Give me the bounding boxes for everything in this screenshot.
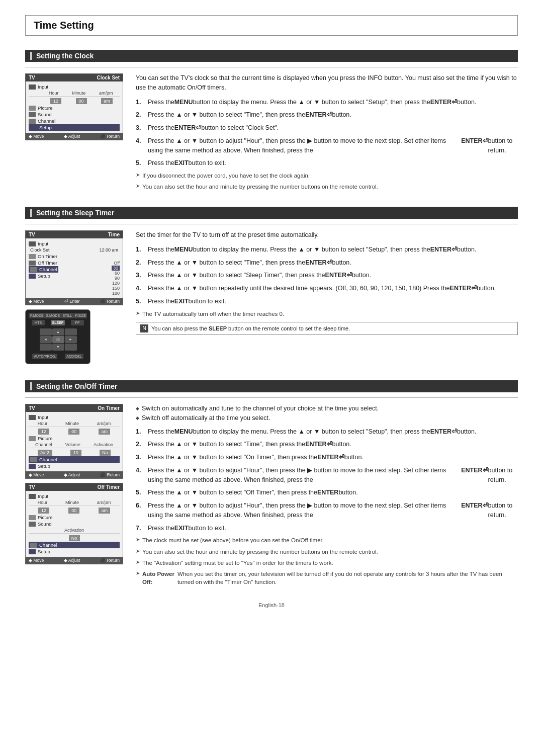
on-timer-tv-label: TV [29, 405, 35, 411]
clock-note-2: You can also set the hour and minute by … [136, 183, 518, 191]
off-activation-val-row: No [29, 535, 120, 542]
clock-tv-ui: TV Clock Set Input Hour Minute am/pm [25, 73, 123, 140]
section-onoff-header: Setting the On/Off Timer [25, 380, 518, 392]
onoff-bullet-1: Switch on automatically and tune to the … [136, 404, 518, 413]
on-channel-val: Air 3 [38, 450, 52, 456]
section-onoff-title: Setting the On/Off Timer [36, 382, 118, 390]
footer-text: English-18 [258, 602, 285, 608]
sleep-footer-return: ⬛ Return [100, 299, 120, 304]
off-minute-value: 00 [68, 508, 79, 514]
on-timer-footer: ◆ Move ◆ Adjust ⬛ Return [26, 471, 123, 478]
remote-nav-botright [65, 344, 77, 351]
remote-nav-enter[interactable]: OK [52, 336, 64, 343]
section-sleep-header: Setting the Sleep Timer [25, 207, 518, 219]
sleep-remote-mini: P.MODE S.MODE STILL P.SIZE MTS SLEEP PP … [25, 309, 90, 364]
sleep-footer-enter: ⏎ Enter [64, 299, 80, 304]
onoff-step-1: Press the MENU button to display the men… [136, 427, 518, 437]
remote-smode: S.MODE [44, 313, 60, 318]
on-timer-channel: Channel [29, 456, 120, 463]
clock-menu-setup: Setup [29, 124, 120, 131]
on-setup-icon [29, 464, 36, 469]
off-timer-tv-body: Input Hour Minute am/pm 12 00 am Pict [26, 491, 123, 557]
onoff-instructions: Switch on automatically and tune to the … [136, 404, 518, 586]
remote-row-1: P.MODE S.MODE STILL P.SIZE [29, 313, 87, 318]
on-minute-value: 00 [68, 429, 79, 435]
remote-mts: MTS [32, 320, 45, 325]
sleep-tv-label: TV [29, 232, 35, 237]
off-timer-footer: ◆ Move ◆ Adjust ⬛ Return [26, 557, 123, 564]
remote-nav-down[interactable]: ▼ [52, 344, 64, 351]
remote-nav-up[interactable]: ▲ [52, 328, 64, 335]
on-activation-val: No [100, 450, 111, 456]
divider-sleep [25, 224, 518, 224]
sleep-setup-icon [29, 274, 36, 279]
clock-intro: You can set the TV's clock so that the c… [136, 73, 518, 93]
off-timer-col-headers: Hour Minute am/pm [29, 499, 120, 506]
sleep-step-1: Press the MENU button to display the men… [136, 245, 518, 255]
onoff-bullet-2: Switch off automatically at the time you… [136, 413, 518, 423]
off-timer-channel: Channel [29, 542, 120, 548]
sleep-tv-ui-area: TV Time Input Clock Set 12:00 am On Time… [25, 230, 126, 364]
sleep-tv-footer: ◆ Move ⏎ Enter ⬛ Return [26, 298, 123, 305]
on-timer-col-headers: Hour Minute am/pm [29, 421, 120, 427]
clock-channel-icon [29, 119, 36, 124]
on-timer-picture: Picture [29, 435, 120, 442]
clock-ampm-value: am [101, 98, 113, 104]
sleep-values-list: Off 30 60 90 120 150 180 [112, 260, 120, 296]
off-activation-value: No [69, 535, 80, 541]
remote-pmode: P.MODE [29, 313, 44, 318]
section-clock: Setting the Clock TV Clock Set Input Hou… [25, 50, 518, 191]
off-activation-header: Activation [29, 527, 120, 534]
sleep-step-3: Press the ▲ or ▼ button to select "Sleep… [136, 271, 518, 280]
onoff-step-3: Press the ▲ or ▼ button to select "On Ti… [136, 453, 518, 462]
remote-still: STILL [61, 313, 74, 318]
remote-row-3: AUTO/PROG. ADD/DEL [29, 354, 87, 359]
remote-sleep[interactable]: SLEEP [51, 320, 65, 325]
sleep-step-5: Press the EXIT button to exit. [136, 297, 518, 306]
sleep-channel-icon [30, 267, 37, 272]
on-timer-tv-body: Input Hour Minute am/pm 12 00 am Pict [26, 412, 123, 471]
remote-pp: PP [71, 320, 84, 325]
off-footer-adjust: ◆ Adjust [64, 558, 80, 563]
clock-step-5: Press the EXIT button to exit. [136, 158, 518, 168]
clock-sound-icon [29, 112, 36, 117]
on-hour-value: 12 [38, 429, 49, 435]
clock-tv-footer: ◆ Move ◆ Adjust ⬛ Return [26, 133, 123, 140]
sleep-channel-row: Channel [29, 266, 58, 273]
on-footer-adjust: ◆ Adjust [64, 472, 80, 477]
section-onoff: Setting the On/Off Timer TV On Timer Inp… [25, 380, 518, 586]
clock-menu-picture: Picture [29, 105, 120, 111]
clock-tv-ui-area: TV Clock Set Input Hour Minute am/pm [25, 73, 126, 191]
sleep-tv-header: TV Time [26, 231, 123, 238]
sleep-on-icon [29, 254, 36, 259]
section-sleep: Setting the Sleep Timer TV Time Input Cl… [25, 207, 518, 364]
off-footer-return: ⬛ Return [100, 558, 120, 563]
remote-nav-left[interactable]: ◄ [40, 336, 52, 343]
clock-hour-value: 12 [50, 98, 61, 104]
off-footer-move: ◆ Move [29, 558, 44, 563]
clock-step-2: Press the ▲ or ▼ button to select "Time"… [136, 110, 518, 120]
on-timer-input: Input [29, 414, 120, 421]
on-timer-tv-ui: TV On Timer Input Hour Minute am/pm 12 [25, 404, 123, 479]
off-hour-value: 12 [38, 508, 49, 514]
off-timer-input: Input [29, 493, 120, 499]
off-timer-tv-ui: TV Off Timer Input Hour Minute am/pm 12 [25, 483, 123, 564]
sleep-sound-icon [29, 261, 36, 266]
remote-nav-right[interactable]: ► [65, 336, 77, 343]
clock-footer-return: ⬛ Return [100, 134, 120, 139]
off-picture-icon [29, 515, 36, 520]
clock-minute-value: 00 [76, 98, 87, 104]
on-picture-icon [29, 436, 36, 441]
remote-row-2: MTS SLEEP PP [29, 320, 87, 325]
clock-steps: Press the MENU button to display the men… [136, 98, 518, 169]
note-box-icon: N [140, 324, 148, 332]
clock-footer-move: ◆ Move [29, 134, 44, 139]
section-onoff-body: TV On Timer Input Hour Minute am/pm 12 [25, 404, 518, 586]
off-setup-icon [29, 549, 36, 554]
clock-tv-label: TV [29, 75, 35, 80]
on-timer-time-vals: 12 00 am [29, 428, 120, 435]
clock-time-values: 12 00 am [29, 98, 120, 105]
off-timer-label: Off Timer [98, 484, 120, 490]
on-ampm-value: am [99, 429, 110, 435]
sleep-on-timer: On Timer [29, 253, 120, 260]
